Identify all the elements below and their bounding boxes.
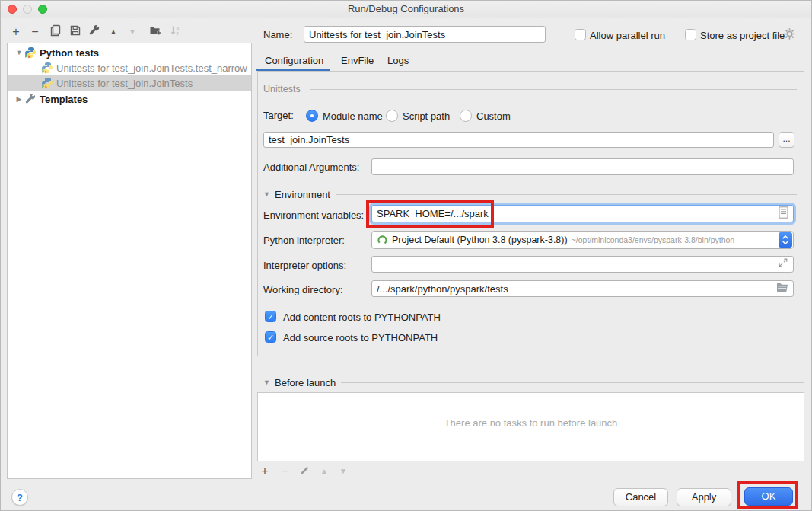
target-custom-radio[interactable] [460,110,472,122]
allow-parallel-run-checkbox[interactable] [575,29,586,40]
target-custom-label: Custom [476,110,511,122]
before-launch-task-list[interactable]: There are no tasks to run before launch [257,392,804,461]
tree-item-templates[interactable]: ▶ Templates [8,91,251,107]
target-script-path-label: Script path [403,110,450,122]
window-title: Run/Debug Configurations [1,1,811,18]
edit-environment-variables-button[interactable] [777,207,789,220]
tab-configuration[interactable]: Configuration [265,55,323,66]
run-debug-configurations-dialog: Run/Debug Configurations + − ▲ ▼ az ▼ Py… [0,0,812,511]
tree-item-unittest-jointests[interactable]: Unittests for test_join.JoinTests [8,75,251,91]
additional-arguments-input[interactable] [371,158,794,175]
arrow-down-icon: ▼ [339,468,347,475]
interpreter-options-label: Interpreter options: [263,260,346,271]
before-launch-section-title: Before launch [275,377,336,388]
ok-button[interactable]: OK [744,487,793,506]
name-input[interactable] [304,26,546,43]
save-icon [69,24,81,40]
question-mark-icon: ? [17,492,23,503]
store-options-gear-button[interactable] [783,27,796,43]
env-list-icon [779,206,788,222]
expand-field-button[interactable] [777,258,789,270]
expand-icon [778,257,788,271]
interpreter-options-input[interactable] [371,256,794,273]
python-tests-icon [41,62,53,74]
additional-arguments-label: Additional Arguments: [263,161,359,173]
environment-section-title: Environment [275,189,330,200]
select-stepper-icon[interactable] [779,232,792,248]
target-module-name-radio[interactable] [306,110,318,122]
tree-item-python-tests[interactable]: ▼ Python tests [8,45,251,60]
target-input[interactable] [263,132,774,148]
unittests-section-rule [310,89,797,90]
tree-item-label: Python tests [40,47,99,59]
add-content-roots-checkbox[interactable]: ✓ [265,311,276,322]
python-interpreter-label: Python interpreter: [263,235,345,246]
before-launch-collapse-icon[interactable]: ▼ [263,378,270,386]
arrow-down-icon: ▼ [129,28,136,36]
footer-separator [1,481,812,481]
save-configuration-button[interactable] [68,24,83,40]
move-task-down-button[interactable]: ▼ [336,464,351,479]
environment-variables-label: Environment variables: [263,209,364,221]
remove-task-button[interactable]: − [277,464,292,479]
minus-icon: − [281,465,288,478]
minus-icon: − [31,26,38,38]
edit-task-button[interactable] [297,464,312,479]
before-launch-section-rule [341,382,804,383]
create-folder-button[interactable] [148,24,163,40]
arrow-up-icon: ▲ [320,468,328,475]
folder-icon [776,282,788,295]
store-as-project-file-label: Store as project file [700,30,785,41]
target-module-name-label: Module name [323,110,383,122]
move-down-button[interactable]: ▼ [125,24,140,40]
plus-icon: + [12,26,19,38]
templates-wrench-icon [24,93,37,105]
environment-variables-field[interactable] [371,205,794,222]
folder-plus-icon [149,24,161,40]
browse-button[interactable]: ... [779,132,794,148]
remove-configuration-button[interactable]: − [27,24,43,40]
tree-item-label: Templates [40,94,88,105]
add-content-roots-label: Add content roots to PYTHONPATH [283,311,441,323]
unittests-section-title: Unittests [263,84,301,94]
chevron-right-icon[interactable]: ▶ [14,95,24,103]
copy-configuration-button[interactable] [48,24,63,40]
tab-envfile[interactable]: EnvFile [341,55,374,66]
configurations-tree: ▼ Python tests Unittests for test_join.J… [7,43,252,479]
tab-logs[interactable]: Logs [387,55,409,66]
sort-az-icon: az [170,24,182,40]
store-as-project-file-checkbox[interactable] [685,29,696,40]
python-tests-icon [24,46,37,59]
browse-directory-button[interactable] [775,283,789,295]
tree-item-unittest-narrow[interactable]: Unittests for test_join.JoinTests.test_n… [8,60,251,75]
move-up-button[interactable]: ▲ [106,24,121,40]
add-task-button[interactable]: + [257,464,272,479]
add-source-roots-label: Add source roots to PYTHONPATH [283,332,438,343]
interpreter-path: ~/opt/miniconda3/envs/pyspark-3.8/bin/py… [572,235,735,244]
title-bar: Run/Debug Configurations [1,1,811,18]
target-label: Target: [263,110,294,121]
edit-templates-button[interactable] [87,24,102,40]
name-label: Name: [263,29,292,40]
chevron-down-icon[interactable]: ▼ [14,49,24,56]
help-button[interactable]: ? [11,489,28,506]
plus-icon: + [261,465,268,477]
before-launch-empty-message: There are no tasks to run before launch [258,417,804,429]
allow-parallel-run-label: Allow parallel run [590,30,665,41]
add-source-roots-checkbox[interactable]: ✓ [265,331,276,343]
environment-collapse-icon[interactable]: ▼ [263,190,270,198]
check-icon: ✓ [267,312,274,321]
sort-configurations-button[interactable]: az [168,24,183,40]
python-interpreter-select[interactable]: Project Default (Python 3.8 (pyspark-3.8… [371,231,794,249]
cancel-button[interactable]: Cancel [613,488,668,506]
working-directory-label: Working directory: [263,284,343,295]
move-task-up-button[interactable]: ▲ [317,464,332,479]
interpreter-value: Project Default (Python 3.8 (pyspark-3.8… [392,235,568,245]
svg-text:a: a [177,25,180,30]
check-icon: ✓ [267,333,274,342]
apply-button[interactable]: Apply [677,488,731,506]
working-directory-input[interactable] [371,280,794,297]
add-configuration-button[interactable]: + [8,24,24,40]
target-script-path-radio[interactable] [386,110,398,122]
python-tests-icon [41,77,53,89]
